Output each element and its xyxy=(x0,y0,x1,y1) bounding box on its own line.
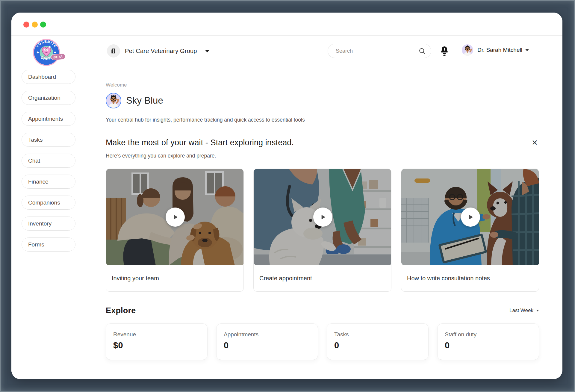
sidebar-nav: Dashboard Organization Appointments Task… xyxy=(22,70,75,258)
sidebar: YOSEMITE CREW xyxy=(11,36,83,379)
video-thumbnail-vets-bandaging-terrier xyxy=(254,169,391,265)
stat-label: Appointments xyxy=(224,331,311,338)
sidebar-item-label: Finance xyxy=(28,178,49,185)
sidebar-item-chat[interactable]: Chat xyxy=(22,154,75,168)
welcome-eyebrow: Welcome xyxy=(106,82,127,88)
play-button[interactable] xyxy=(461,208,480,227)
sidebar-item-label: Appointments xyxy=(28,116,63,122)
welcome-header: Sky Blue xyxy=(106,93,163,108)
close-window-button[interactable] xyxy=(23,22,29,28)
stat-value: 0 xyxy=(224,340,311,350)
stat-value: 0 xyxy=(334,340,421,350)
play-icon xyxy=(467,213,474,221)
sidebar-item-appointments[interactable]: Appointments xyxy=(22,112,75,126)
zoom-window-button[interactable] xyxy=(40,22,46,28)
play-icon xyxy=(171,213,179,221)
app-window: YOSEMITE CREW xyxy=(11,13,562,379)
explore-title: Explore xyxy=(106,306,136,315)
onboarding-video-cards: Inviting your team xyxy=(106,169,539,292)
video-caption: Create appointment xyxy=(254,265,391,291)
sidebar-item-label: Inventory xyxy=(28,220,52,227)
stat-card-tasks: Tasks 0 xyxy=(327,323,429,360)
explore-header: Explore Last Week xyxy=(106,304,539,317)
stat-value: 0 xyxy=(445,340,532,350)
welcome-subtitle: Your central hub for insights, performan… xyxy=(106,117,305,123)
sidebar-item-forms[interactable]: Forms xyxy=(22,237,75,252)
play-icon xyxy=(319,213,327,221)
sidebar-item-label: Companions xyxy=(28,199,60,206)
sidebar-item-organization[interactable]: Organization xyxy=(22,91,75,105)
onboarding-subtitle: Here’s everything you can explore and pr… xyxy=(106,153,216,159)
minimize-window-button[interactable] xyxy=(32,22,38,28)
stat-value: $0 xyxy=(113,340,200,350)
video-card-inviting-team[interactable]: Inviting your team xyxy=(106,169,244,292)
logo-badge-icon: YOSEMITE CREW xyxy=(33,39,60,66)
video-card-create-appointment[interactable]: Create appointment xyxy=(253,169,391,292)
stat-label: Staff on duty xyxy=(445,331,532,338)
stat-card-revenue: Revenue $0 xyxy=(106,323,208,360)
yosemite-crew-logo: YOSEMITE CREW xyxy=(33,39,60,66)
video-caption: Inviting your team xyxy=(106,265,243,291)
chevron-down-icon xyxy=(536,310,539,311)
video-caption: How to write consultation notes xyxy=(401,265,539,291)
video-thumbnail-team-petting-dog xyxy=(106,169,244,265)
sidebar-item-companions[interactable]: Companions xyxy=(22,196,75,210)
sidebar-item-label: Forms xyxy=(28,241,44,248)
main-content: Welcome Sky B xyxy=(106,13,539,379)
stat-label: Tasks xyxy=(334,331,421,338)
stat-label: Revenue xyxy=(113,331,200,338)
play-button[interactable] xyxy=(313,208,332,227)
sidebar-item-dashboard[interactable]: Dashboard xyxy=(22,70,75,84)
sidebar-item-label: Tasks xyxy=(28,137,43,143)
sidebar-item-label: Organization xyxy=(28,95,60,101)
stat-card-appointments: Appointments 0 xyxy=(216,323,318,360)
onboarding-title: Make the most of your wait - Start explo… xyxy=(106,138,294,147)
beta-badge: BETA xyxy=(51,53,65,60)
stat-card-staff-on-duty: Staff on duty 0 xyxy=(437,323,539,360)
traffic-lights xyxy=(23,22,46,28)
video-thumbnail-vet-examining-husky xyxy=(401,169,539,265)
sidebar-item-inventory[interactable]: Inventory xyxy=(22,217,75,231)
video-card-consultation-notes[interactable]: How to write consultation notes xyxy=(401,169,539,292)
sidebar-item-finance[interactable]: Finance xyxy=(22,175,75,189)
stats-row: Revenue $0 Appointments 0 Tasks 0 Staff … xyxy=(106,323,539,360)
close-icon[interactable]: ✕ xyxy=(530,138,539,148)
date-range-label: Last Week xyxy=(509,308,533,314)
date-range-filter[interactable]: Last Week xyxy=(509,308,539,314)
page-title: Sky Blue xyxy=(126,95,163,106)
sidebar-item-label: Dashboard xyxy=(28,74,56,80)
sidebar-item-label: Chat xyxy=(28,158,40,164)
onboarding-header: Make the most of your wait - Start explo… xyxy=(106,136,539,149)
desktop-background: YOSEMITE CREW xyxy=(0,0,575,392)
sidebar-item-tasks[interactable]: Tasks xyxy=(22,133,75,147)
welcome-avatar xyxy=(106,93,121,108)
play-button[interactable] xyxy=(166,208,185,227)
